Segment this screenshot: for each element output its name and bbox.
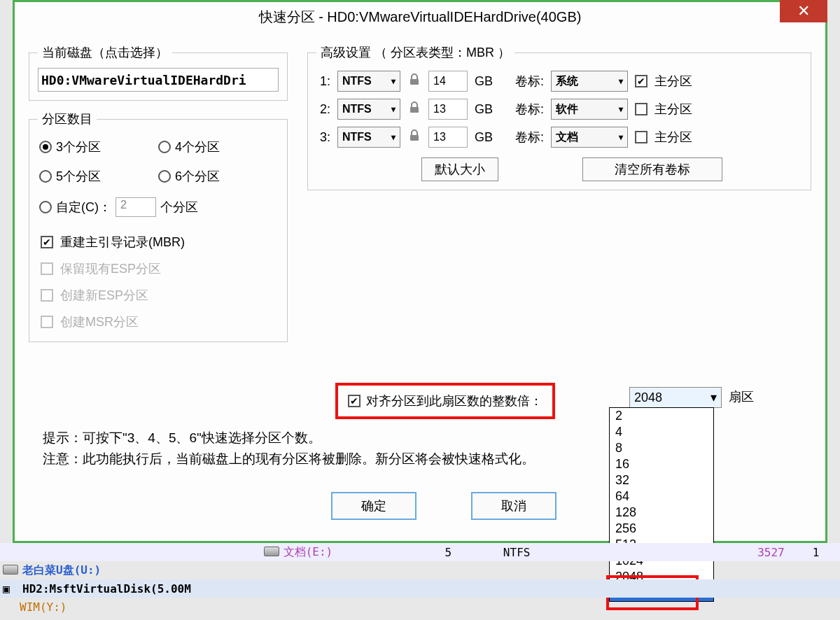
svg-rect-1 <box>410 107 419 113</box>
svg-rect-2 <box>410 135 419 141</box>
partition-row: 1:NTFS▾14GB卷标:系统▾主分区 <box>316 71 802 92</box>
align-option[interactable]: 32 <box>610 472 713 488</box>
checkbox-icon <box>41 262 53 275</box>
align-option[interactable]: 256 <box>610 521 713 537</box>
cancel-button[interactable]: 取消 <box>471 492 556 520</box>
size-input[interactable]: 13 <box>428 127 468 148</box>
new-esp-checkbox: 创建新ESP分区 <box>41 287 276 304</box>
lock-icon[interactable] <box>407 73 421 90</box>
volume-icon <box>264 547 279 556</box>
checkbox-icon <box>41 236 53 248</box>
radio-3-partitions[interactable]: 3个分区 <box>39 139 158 155</box>
radio-icon <box>39 141 52 153</box>
partition-count-legend: 分区数目 <box>38 111 97 127</box>
chevron-down-icon: ▾ <box>391 76 396 86</box>
checkbox-icon <box>41 289 53 302</box>
hints-text: 提示：可按下"3、4、5、6"快速选择分区个数。 注意：此功能执行后，当前磁盘上… <box>43 428 535 470</box>
radio-custom-partitions[interactable]: 自定(C)： 2 个分区 <box>39 197 277 217</box>
filesystem-select[interactable]: NTFS▾ <box>337 71 400 92</box>
volume-label-select[interactable]: 系统▾ <box>551 71 628 92</box>
align-label: 对齐分区到此扇区数的整数倍： <box>366 393 542 409</box>
primary-checkbox[interactable] <box>635 75 648 87</box>
chevron-down-icon: ▾ <box>619 76 623 86</box>
default-size-button[interactable]: 默认大小 <box>421 157 498 181</box>
chevron-down-icon: ▾ <box>710 390 717 405</box>
volume-label-select[interactable]: 文档▾ <box>551 127 628 148</box>
align-option[interactable]: 4 <box>610 424 713 440</box>
partition-row: 3:NTFS▾13GB卷标:文档▾主分区 <box>316 127 802 148</box>
keep-esp-checkbox: 保留现有ESP分区 <box>41 260 276 277</box>
volume-label-select[interactable]: 软件▾ <box>551 99 628 120</box>
advanced-legend: 高级设置 （ 分区表类型：MBR ） <box>316 44 514 61</box>
chevron-down-icon: ▾ <box>391 132 396 142</box>
partition-row: 2:NTFS▾13GB卷标:软件▾主分区 <box>316 99 802 120</box>
sectors-suffix: 扇区 <box>729 388 754 405</box>
radio-5-partitions[interactable]: 5个分区 <box>39 168 158 185</box>
chevron-down-icon: ▾ <box>619 104 623 114</box>
primary-checkbox[interactable] <box>635 103 648 115</box>
lock-icon[interactable] <box>407 129 421 146</box>
radio-icon <box>158 170 171 183</box>
align-option[interactable]: 8 <box>610 440 713 456</box>
custom-count-spinner[interactable]: 2 <box>115 197 156 217</box>
usb-drive-icon <box>3 565 18 575</box>
align-option[interactable]: 16 <box>610 456 713 472</box>
radio-icon <box>158 141 171 153</box>
filesystem-select[interactable]: NTFS▾ <box>337 99 400 120</box>
current-disk-value: HD0:VMwareVirtualIDEHardDri <box>41 73 246 87</box>
current-disk-selector[interactable]: HD0:VMwareVirtualIDEHardDri <box>38 68 279 92</box>
background-disk-table: 文档(E:) 5 NTFS 3527 1 老白菜U盘(U:) ▣ HD2:Msf… <box>0 543 840 616</box>
titlebar: 快速分区 - HD0:VMwareVirtualIDEHardDrive(40G… <box>15 2 825 31</box>
size-input[interactable]: 13 <box>428 99 468 120</box>
partition-count-group: 分区数目 3个分区 4个分区 5个分区 6个分区 自定(C)： 2 个分区 重建… <box>29 111 288 342</box>
lock-icon[interactable] <box>407 101 421 118</box>
ok-button[interactable]: 确定 <box>331 492 416 520</box>
rebuild-mbr-checkbox[interactable]: 重建主引导记录(MBR) <box>41 234 276 251</box>
radio-icon <box>39 201 52 213</box>
size-input[interactable]: 14 <box>428 71 468 92</box>
align-option[interactable]: 2 <box>610 408 713 424</box>
new-msr-checkbox: 创建MSR分区 <box>41 313 276 330</box>
radio-icon <box>39 170 52 183</box>
close-icon: ✕ <box>797 2 810 20</box>
filesystem-select[interactable]: NTFS▾ <box>337 127 400 148</box>
svg-rect-0 <box>410 79 419 85</box>
current-disk-group: 当前磁盘（点击选择） HD0:VMwareVirtualIDEHardDri <box>29 44 288 101</box>
clear-labels-button[interactable]: 清空所有卷标 <box>582 157 722 181</box>
align-option[interactable]: 64 <box>610 488 713 505</box>
align-highlight-box: 对齐分区到此扇区数的整数倍： <box>335 383 555 419</box>
radio-6-partitions[interactable]: 6个分区 <box>158 168 277 185</box>
chevron-down-icon: ▾ <box>619 132 623 142</box>
align-sector-select[interactable]: 2048 ▾ <box>629 387 722 408</box>
title-text: 快速分区 - HD0:VMwareVirtualIDEHardDrive(40G… <box>259 8 582 27</box>
align-checkbox[interactable] <box>348 395 360 407</box>
current-disk-legend: 当前磁盘（点击选择） <box>38 44 172 61</box>
checkbox-icon <box>41 316 53 328</box>
close-button[interactable]: ✕ <box>780 0 827 22</box>
advanced-settings-group: 高级设置 （ 分区表类型：MBR ） 1:NTFS▾14GB卷标:系统▾主分区2… <box>307 44 811 190</box>
chevron-down-icon: ▾ <box>391 104 396 114</box>
align-option[interactable]: 128 <box>610 505 713 521</box>
radio-4-partitions[interactable]: 4个分区 <box>158 139 277 155</box>
primary-checkbox[interactable] <box>635 131 648 143</box>
